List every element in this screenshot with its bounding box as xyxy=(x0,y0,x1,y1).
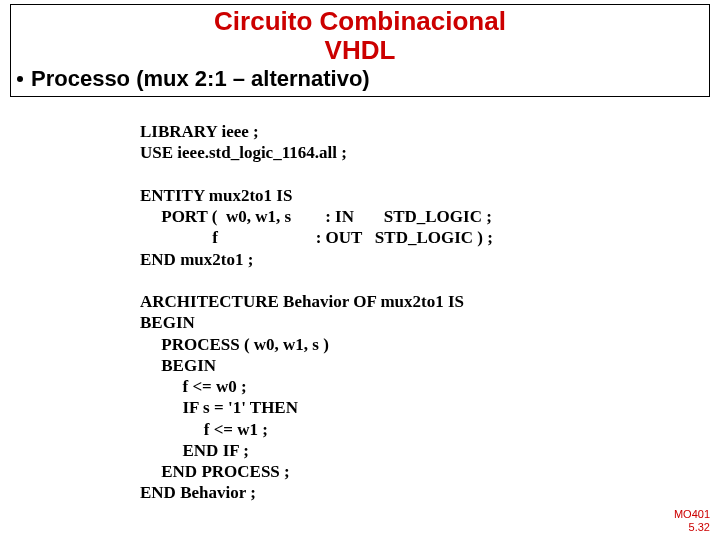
code-line: PORT ( w0, w1, s : IN STD_LOGIC ; xyxy=(140,207,492,226)
code-line: END mux2to1 ; xyxy=(140,250,253,269)
code-line: ARCHITECTURE Behavior OF mux2to1 IS xyxy=(140,292,464,311)
code-line: USE ieee.std_logic_1164.all ; xyxy=(140,143,347,162)
code-line: f <= w1 ; xyxy=(140,420,268,439)
footer-page: 5.32 xyxy=(674,521,710,534)
code-line: END PROCESS ; xyxy=(140,462,290,481)
title-line2: VHDL xyxy=(325,35,396,65)
title-box: Circuito Combinacional VHDL Processo (mu… xyxy=(10,4,710,97)
code-line: END IF ; xyxy=(140,441,249,460)
code-line: LIBRARY ieee ; xyxy=(140,122,259,141)
footer: MO401 5.32 xyxy=(674,508,710,534)
code-line: PROCESS ( w0, w1, s ) xyxy=(140,335,329,354)
code-line: f : OUT STD_LOGIC ) ; xyxy=(140,228,493,247)
title-line1: Circuito Combinacional xyxy=(214,6,506,36)
footer-course: MO401 xyxy=(674,508,710,521)
bullet-icon xyxy=(17,76,23,82)
code-line: ENTITY mux2to1 IS xyxy=(140,186,292,205)
code-block: LIBRARY ieee ; USE ieee.std_logic_1164.a… xyxy=(140,121,720,504)
code-line: IF s = '1' THEN xyxy=(140,398,298,417)
code-line: END Behavior ; xyxy=(140,483,256,502)
code-line: BEGIN xyxy=(140,356,216,375)
slide-title: Circuito Combinacional VHDL xyxy=(11,5,709,64)
code-line: f <= w0 ; xyxy=(140,377,247,396)
slide-subtitle: Processo (mux 2:1 – alternativo) xyxy=(11,64,709,96)
subtitle-text: Processo (mux 2:1 – alternativo) xyxy=(31,66,370,91)
code-line: BEGIN xyxy=(140,313,195,332)
